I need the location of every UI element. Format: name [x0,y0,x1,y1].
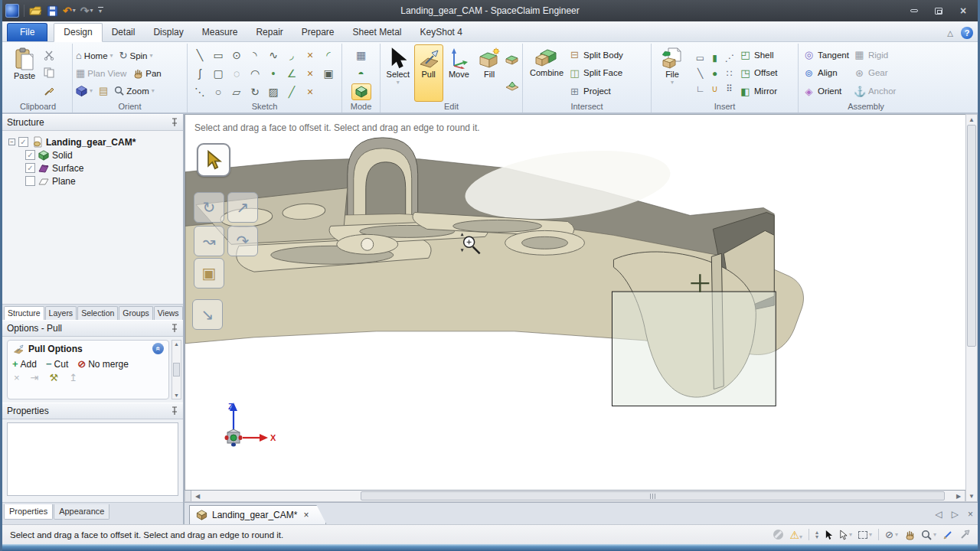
cut-button[interactable] [44,47,55,63]
sketch-construction-line-icon[interactable]: ⋱ [191,83,209,101]
sketch-offset-icon[interactable]: ▣ [319,64,338,83]
tab-properties[interactable]: Properties [4,504,53,520]
chevron-down-icon[interactable]: ▾ [397,80,400,86]
revolve-ghost-button[interactable]: ↻ [194,192,224,223]
plan-view-button[interactable]: ▦Plan View [76,68,126,78]
copy-button[interactable] [44,65,55,80]
anchor-button[interactable]: ⚓Anchor [854,83,896,99]
split-body-button[interactable]: ⊟Split Body [569,47,623,63]
split-face-button[interactable]: ◫Split Face [569,65,623,80]
scroll-thumb[interactable] [967,125,976,347]
chevron-down-icon[interactable]: ▾ [933,532,936,538]
shell-button[interactable]: ◰Shell [740,47,777,63]
scroll-up-icon[interactable]: ▲ [174,341,179,347]
restore-button[interactable] [927,4,950,18]
sketch-delete-icon[interactable]: × [301,83,319,101]
view-face-button[interactable]: ▤ [99,86,108,96]
insert-channel-icon[interactable]: ∪ [707,81,722,96]
pull-no-merge-option[interactable]: ⊘No merge [77,358,129,370]
project-button[interactable]: ⊞Project [569,83,623,99]
ruler-to-icon[interactable]: ⇥ [31,372,39,383]
pin-icon[interactable] [171,118,178,127]
fill-button[interactable]: Fill [475,44,504,102]
sketch-fillet-icon[interactable]: ◞ [283,46,301,64]
zoom-button[interactable]: Zoom▾ [114,86,154,96]
unfold-button[interactable] [505,79,519,94]
scroll-track[interactable] [204,491,952,501]
insert-cylinder-icon[interactable]: ▮ [707,51,722,66]
sketch-polygon-icon[interactable]: ▱ [227,83,246,101]
prev-tab-icon[interactable]: ◁ [936,509,942,520]
scroll-thumb[interactable] [173,363,180,377]
tangent-button[interactable]: ◎Tangent [803,47,849,63]
open-button[interactable] [29,5,42,16]
tab-views[interactable]: Views [154,306,183,320]
no-direction-icon[interactable]: × [14,372,20,383]
pliers-icon[interactable]: ⚒ [50,372,59,383]
sketch-arc-icon[interactable]: ◝ [246,46,264,64]
tab-structure[interactable]: Structure [4,306,44,320]
sketch-spin-icon[interactable]: ↻ [246,83,264,101]
vertical-scrollbar[interactable]: ▲ ▼ [965,114,978,502]
insert-pattern-circular-icon[interactable]: ∷ [722,66,737,81]
tab-keyshot[interactable]: KeyShot 4 [411,24,472,41]
split-view-handle[interactable] [185,491,191,501]
select-mode-button[interactable]: ▾ [839,530,852,540]
insert-pattern-linear-icon[interactable]: ⋰ [722,51,737,66]
tab-appearance[interactable]: Appearance [54,504,109,520]
tree-row-plane[interactable]: Plane [5,174,180,187]
paste-button[interactable]: Paste [7,44,42,102]
chevron-down-icon[interactable]: ▾ [90,88,93,94]
collapse-ribbon-icon[interactable]: △ [947,29,953,37]
tree-row-surface[interactable]: ✓ Surface [5,161,180,174]
gear-button[interactable]: ⊛Gear [854,65,896,80]
chevron-down-icon[interactable]: ▾ [90,8,93,14]
tree-solid-label[interactable]: Solid [52,150,73,161]
spinner-down-icon[interactable]: ▾ [815,535,818,540]
pan-tool-button[interactable] [904,530,915,540]
tab-detail[interactable]: Detail [103,24,145,41]
sketch-ellipse-icon[interactable]: ○ [209,83,227,101]
insert-plane-icon[interactable]: ▭ [693,51,707,66]
chevron-down-icon[interactable]: ▾ [799,533,802,540]
next-tab-icon[interactable]: ▷ [952,509,959,520]
pan-button[interactable]: Pan [132,68,161,79]
plane-checkbox[interactable] [25,176,35,186]
align-button[interactable]: ⊚Align [803,65,849,80]
sketch-shade-icon[interactable]: ▨ [264,83,283,101]
chevron-down-icon[interactable]: ▾ [73,8,76,14]
sketch-tangent-arc-icon[interactable]: ◜ [319,46,338,64]
home-button[interactable]: ⌂Home▾ [76,51,113,60]
tree-row-solid[interactable]: ✓ Solid [5,148,180,161]
options-scrollbar[interactable]: ▲ ▼ [172,340,181,399]
replace-face-button[interactable] [505,52,519,67]
tab-selection[interactable]: Selection [77,306,118,320]
tree-expand-icon[interactable]: − [8,139,15,145]
close-document-icon[interactable]: × [303,510,309,520]
scroll-left-icon[interactable]: ◀ [191,493,204,500]
sketch-curve-icon[interactable]: ʃ [191,64,209,83]
draft-ghost-button[interactable]: ↷ [227,226,258,256]
insert-file-button[interactable]: File ▾ [655,44,690,102]
sweep-ghost-button[interactable]: ↝ [194,226,224,256]
undo-button[interactable]: ↶▾ [63,5,76,17]
insert-axes-icon[interactable]: ∟ [693,81,707,96]
sketch-draft-icon[interactable]: ╱ [283,83,301,101]
pull-button[interactable]: Pull [414,44,443,102]
properties-grid[interactable] [7,422,178,496]
save-button[interactable] [47,5,58,17]
select-tool-float-button[interactable] [197,143,230,177]
tab-measure[interactable]: Measure [193,24,247,41]
insert-axis-icon[interactable]: ╲ [693,66,707,81]
sketch-spline-icon[interactable]: ∿ [264,46,283,64]
close-button[interactable]: × [952,4,975,18]
pull-direction-ghost-button[interactable]: ↗ [227,192,258,223]
up-to-ghost-button[interactable]: ↘ [192,299,223,330]
chevron-down-icon[interactable]: ▾ [869,532,872,538]
chevron-down-icon[interactable]: ▾ [110,53,113,59]
sketch-tool-button[interactable] [942,530,953,540]
sketch-rectangle-icon[interactable]: ▭ [209,46,227,64]
sketch-trim-icon[interactable]: × [301,46,319,64]
move-button[interactable]: Move [445,44,474,102]
last-select-button[interactable] [825,530,833,540]
